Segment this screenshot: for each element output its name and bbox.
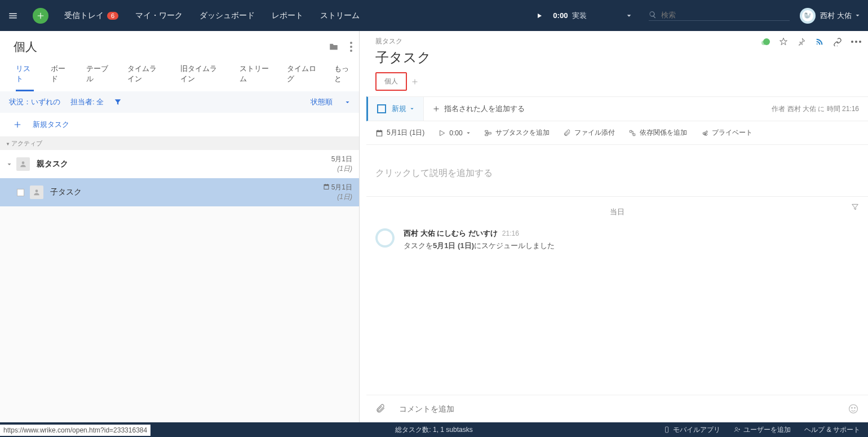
timer-label[interactable]: 実装 <box>572 11 587 21</box>
status-box-icon <box>377 104 386 113</box>
activity-author: 西村 大佑 にしむら だいすけ <box>404 229 498 237</box>
star-icon[interactable] <box>779 37 788 46</box>
dependency-icon <box>628 129 636 137</box>
search-input[interactable] <box>649 11 790 21</box>
task-detail-title[interactable]: 子タスク <box>366 46 868 72</box>
task-date: 5月1日(1日) <box>323 183 352 202</box>
tab-stream[interactable]: ストリーム <box>240 64 270 91</box>
user-name[interactable]: 西村 大佑 <box>820 11 852 21</box>
breadcrumb-parent[interactable]: 親タスク <box>375 37 402 46</box>
footer-mobile[interactable]: モバイルアプリ <box>663 425 720 435</box>
nav-inbox[interactable]: 受信トレイ6 <box>64 11 118 21</box>
svg-point-2 <box>854 408 856 409</box>
timer-play-icon[interactable] <box>536 12 543 19</box>
filter-status[interactable]: 状況：いずれの <box>9 97 60 107</box>
expand-icon[interactable] <box>7 162 12 167</box>
calendar-icon <box>375 129 383 137</box>
activity-avatar <box>375 228 395 248</box>
paperclip-icon <box>563 129 571 137</box>
task-title: 親タスク <box>37 159 331 169</box>
menu-icon[interactable] <box>8 11 18 21</box>
chevron-down-icon[interactable] <box>626 13 632 19</box>
footer-add-user[interactable]: ユーザーを追加 <box>734 425 791 435</box>
user-avatar[interactable]: 🦭 <box>800 8 816 24</box>
folder-menu-icon[interactable] <box>350 42 352 52</box>
today-separator: 当日 <box>366 197 868 228</box>
status-dropdown[interactable]: 新規 <box>368 97 424 121</box>
presence-indicator-icon <box>763 38 770 45</box>
group-active[interactable]: アクティブ <box>0 137 359 150</box>
search-icon <box>649 11 657 19</box>
filter-icon[interactable] <box>114 98 122 106</box>
folder-icon[interactable] <box>329 42 339 52</box>
tab-board[interactable]: ボード <box>51 64 69 91</box>
nav-reports[interactable]: レポート <box>272 11 303 21</box>
link-icon[interactable] <box>833 37 842 46</box>
dependency-action[interactable]: 依存関係を追加 <box>628 128 687 138</box>
folder-tag[interactable]: 個人 <box>375 72 407 91</box>
nav-dashboards[interactable]: ダッシュボード <box>200 11 255 21</box>
chevron-down-icon <box>466 131 471 135</box>
plus-icon <box>14 121 21 129</box>
task-row-parent[interactable]: 親タスク 5月1日(1日) <box>0 150 359 178</box>
filter-assignee[interactable]: 担当者: 全 <box>70 97 104 107</box>
sort-dropdown[interactable]: 状態順 <box>311 97 350 107</box>
rss-icon[interactable] <box>815 37 824 46</box>
description-field[interactable]: クリックして説明を追加する <box>366 145 868 197</box>
new-task-button[interactable]: 新規タスク <box>0 113 359 137</box>
add-folder-icon[interactable] <box>411 78 418 85</box>
time-action[interactable]: 0:00 <box>438 128 470 138</box>
task-menu-icon[interactable] <box>851 41 861 43</box>
chevron-down-icon <box>410 107 414 111</box>
subtask-action[interactable]: サブタスクを追加 <box>484 128 550 138</box>
mobile-icon <box>663 426 670 433</box>
attach-icon[interactable] <box>375 404 386 414</box>
svg-point-1 <box>852 408 853 409</box>
date-action[interactable]: 5月1日 (1日) <box>375 128 424 138</box>
status-url: https://www.wrike.com/open.htm?id=233316… <box>0 425 150 436</box>
subtask-icon <box>484 129 492 137</box>
activity-time: 21:16 <box>502 229 519 237</box>
activity-entry: 西村 大佑 にしむら だいすけ21:16 タスクを5月1日 (1日)にスケジュー… <box>366 228 868 251</box>
plus-icon <box>433 105 440 112</box>
add-user-icon <box>734 426 741 433</box>
folder-title: 個人 <box>14 39 320 55</box>
activity-description: タスクを5月1日 (1日)にスケジュールしました <box>404 241 555 251</box>
share-icon <box>701 129 708 137</box>
comment-input[interactable] <box>399 404 848 413</box>
footer-help[interactable]: ヘルプ & サポート <box>804 425 860 435</box>
tab-more[interactable]: もっと <box>334 64 352 91</box>
task-row-child[interactable]: 子タスク 5月1日(1日) <box>0 178 359 206</box>
tab-old-timeline[interactable]: 旧タイムライン <box>180 64 223 91</box>
nav-stream[interactable]: ストリーム <box>320 11 360 21</box>
inbox-badge: 6 <box>107 12 118 20</box>
task-title: 子タスク <box>50 187 323 197</box>
timer-value: 0:00 <box>553 11 568 20</box>
svg-point-0 <box>849 405 858 413</box>
activity-filter-icon[interactable] <box>851 203 859 213</box>
svg-rect-3 <box>666 427 668 432</box>
emoji-icon[interactable] <box>848 403 859 414</box>
attach-action[interactable]: ファイル添付 <box>563 128 615 138</box>
tab-table[interactable]: テーブル <box>86 64 110 91</box>
pin-icon[interactable] <box>797 37 806 46</box>
task-checkbox[interactable] <box>17 189 24 196</box>
share-action[interactable]: プライベート <box>701 128 752 138</box>
tab-timeline[interactable]: タイムライン <box>127 64 164 91</box>
author-info: 作者 西村 大佑 に 時間 21:16 <box>772 104 868 114</box>
add-assignee-button[interactable]: 指名された人を追加する <box>424 104 534 114</box>
nav-mywork[interactable]: マイ・ワーク <box>135 11 183 21</box>
new-button[interactable] <box>33 8 48 24</box>
play-icon <box>438 129 446 137</box>
tab-list[interactable]: リスト <box>16 64 34 91</box>
user-chevron-icon[interactable] <box>855 13 860 18</box>
task-date: 5月1日(1日) <box>331 155 352 174</box>
assignee-placeholder-icon[interactable] <box>30 186 43 199</box>
tab-timelog[interactable]: タイムログ <box>287 64 317 91</box>
assignee-placeholder-icon[interactable] <box>16 157 30 171</box>
task-stats: 総タスク数: 1, 1 subtasks <box>395 425 472 435</box>
